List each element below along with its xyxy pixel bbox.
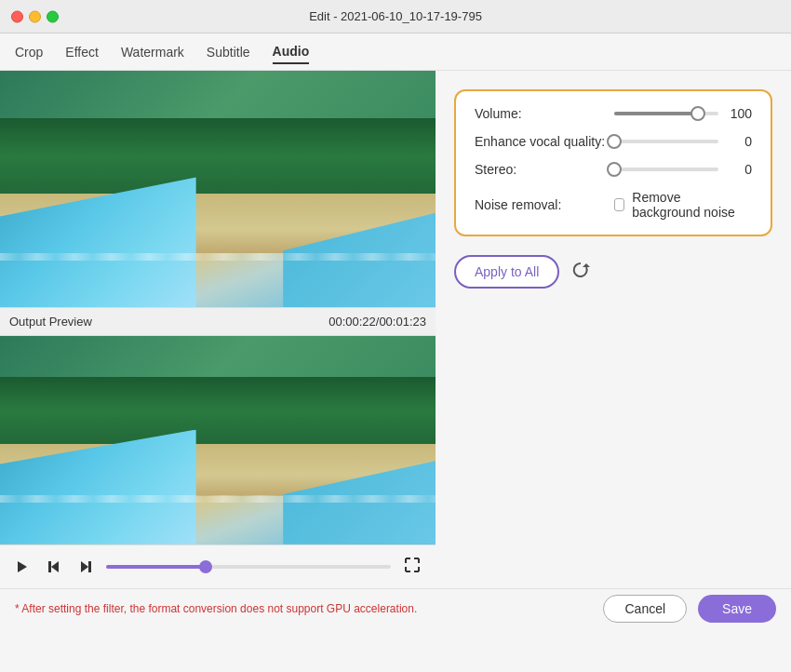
scene-bottom [0, 336, 436, 544]
tab-subtitle[interactable]: Subtitle [207, 41, 250, 63]
playback-controls [0, 544, 436, 588]
enhance-label: Enhance vocal quality: [475, 134, 614, 149]
svg-marker-1 [51, 561, 59, 572]
seek-bar[interactable] [106, 565, 391, 569]
volume-thumb [690, 106, 705, 121]
svg-marker-0 [18, 561, 27, 572]
svg-rect-2 [48, 561, 51, 572]
window-title: Edit - 2021-06-10_10-17-19-795 [309, 9, 482, 23]
fullscreen-icon [404, 557, 421, 573]
save-button[interactable]: Save [698, 595, 776, 623]
prev-icon [47, 559, 61, 574]
bottom-actions: Cancel Save [603, 595, 776, 623]
scene-waves [0, 253, 436, 261]
close-button[interactable] [11, 10, 23, 22]
volume-row: Volume: 100 [475, 106, 752, 121]
fullscreen-button[interactable] [400, 553, 424, 581]
progress-thumb [199, 560, 212, 573]
volume-fill [614, 112, 698, 115]
stereo-value: 0 [730, 162, 752, 177]
tab-audio[interactable]: Audio [273, 40, 310, 64]
stereo-slider[interactable] [614, 168, 718, 171]
scene-top [0, 71, 436, 307]
tab-effect[interactable]: Effect [65, 41, 99, 63]
warning-text: * After setting the filter, the format c… [15, 602, 417, 615]
next-frame-button[interactable] [74, 556, 97, 578]
noise-label: Noise removal: [475, 197, 614, 212]
noise-checkbox[interactable] [614, 198, 624, 211]
play-icon [15, 559, 30, 574]
svg-marker-3 [81, 561, 88, 572]
nav-bar: Crop Effect Watermark Subtitle Audio [0, 34, 791, 71]
noise-row: Noise removal: Remove background noise [475, 190, 752, 220]
progress-fill [106, 565, 206, 569]
volume-slider[interactable] [614, 112, 718, 115]
stereo-row: Stereo: 0 [475, 162, 752, 177]
stereo-thumb [607, 162, 622, 177]
play-button[interactable] [11, 556, 34, 578]
next-icon [78, 559, 93, 574]
stereo-label: Stereo: [475, 162, 614, 177]
tab-watermark[interactable]: Watermark [121, 41, 184, 63]
stereo-slider-container: 0 [614, 162, 752, 177]
traffic-lights [11, 10, 59, 22]
main-content: Output Preview 00:00:22/00:01:23 [0, 71, 791, 588]
video-panel: Output Preview 00:00:22/00:01:23 [0, 71, 436, 588]
output-preview-label: Output Preview [9, 315, 92, 329]
svg-marker-5 [583, 263, 590, 267]
enhance-slider-container: 0 [614, 134, 752, 149]
volume-label: Volume: [475, 106, 614, 121]
video-preview-bottom [0, 336, 436, 544]
maximize-button[interactable] [47, 10, 59, 22]
bottom-bar: * After setting the filter, the format c… [0, 588, 791, 627]
enhance-value: 0 [730, 134, 752, 149]
volume-slider-container: 100 [614, 106, 752, 121]
video-preview-top [0, 71, 436, 307]
svg-rect-4 [88, 561, 91, 572]
volume-value: 100 [730, 106, 752, 121]
reset-button[interactable] [570, 260, 591, 285]
enhance-slider[interactable] [614, 140, 718, 143]
noise-check-label: Remove background noise [632, 190, 752, 220]
tab-crop[interactable]: Crop [15, 41, 43, 63]
noise-checkbox-row: Remove background noise [614, 190, 752, 220]
prev-frame-button[interactable] [43, 556, 65, 578]
enhance-row: Enhance vocal quality: 0 [475, 134, 752, 149]
apply-to-all-button[interactable]: Apply to All [454, 255, 559, 289]
time-display: 00:00:22/00:01:23 [328, 315, 426, 329]
cancel-button[interactable]: Cancel [603, 595, 687, 623]
scene-waves-b [0, 495, 436, 503]
minimize-button[interactable] [29, 10, 41, 22]
enhance-thumb [607, 134, 622, 149]
title-bar: Edit - 2021-06-10_10-17-19-795 [0, 0, 791, 34]
reset-icon [570, 260, 591, 280]
apply-section: Apply to All [454, 255, 772, 289]
right-panel: Volume: 100 Enhance vocal quality: [436, 71, 791, 588]
audio-settings-box: Volume: 100 Enhance vocal quality: [454, 89, 772, 236]
video-divider: Output Preview 00:00:22/00:01:23 [0, 307, 436, 335]
